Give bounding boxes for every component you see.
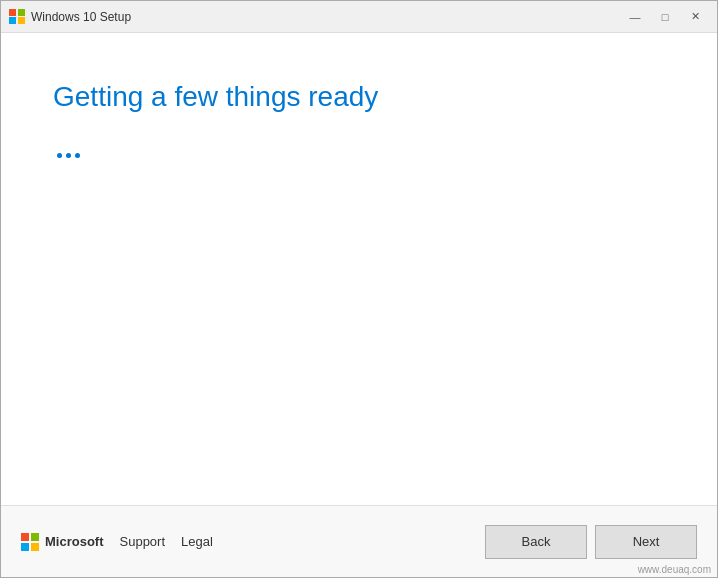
- watermark: www.deuaq.com: [638, 564, 711, 575]
- footer-buttons: Back Next: [485, 525, 697, 559]
- loading-indicator: [57, 153, 665, 158]
- ms-logo-yellow: [31, 543, 39, 551]
- window-controls: — □ ✕: [621, 7, 709, 27]
- legal-link[interactable]: Legal: [181, 534, 213, 549]
- page-title: Getting a few things ready: [53, 81, 665, 113]
- back-button[interactable]: Back: [485, 525, 587, 559]
- microsoft-label: Microsoft: [45, 534, 104, 549]
- ms-logo-blue: [21, 543, 29, 551]
- next-button[interactable]: Next: [595, 525, 697, 559]
- dot-3: [75, 153, 80, 158]
- support-link[interactable]: Support: [120, 534, 166, 549]
- ms-logo-red: [21, 533, 29, 541]
- dot-2: [66, 153, 71, 158]
- setup-window: Windows 10 Setup — □ ✕ Getting a few thi…: [0, 0, 718, 578]
- footer-left: Microsoft Support Legal: [21, 533, 485, 551]
- ms-logo-green: [31, 533, 39, 541]
- window-title: Windows 10 Setup: [31, 10, 621, 24]
- window-icon: [9, 9, 25, 25]
- main-content: Getting a few things ready: [1, 33, 717, 505]
- close-button[interactable]: ✕: [681, 7, 709, 27]
- footer: Microsoft Support Legal Back Next: [1, 505, 717, 577]
- microsoft-logo: Microsoft: [21, 533, 104, 551]
- ms-logo-grid: [21, 533, 39, 551]
- dot-1: [57, 153, 62, 158]
- title-bar: Windows 10 Setup — □ ✕: [1, 1, 717, 33]
- minimize-button[interactable]: —: [621, 7, 649, 27]
- maximize-button[interactable]: □: [651, 7, 679, 27]
